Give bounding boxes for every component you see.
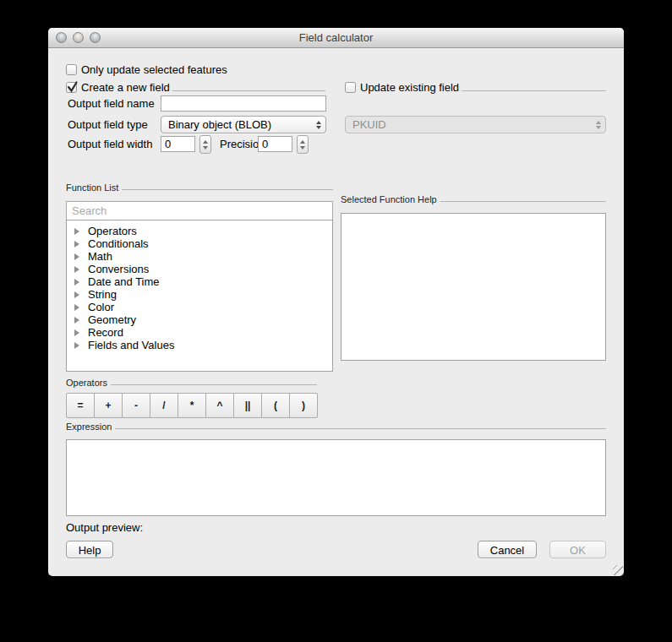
output-field-type-value: Binary object (BLOB) <box>168 118 271 131</box>
stepper-up-icon[interactable] <box>203 140 208 144</box>
selected-function-help-label: Selected Function Help <box>341 194 440 204</box>
check-icon <box>66 80 79 95</box>
field-calculator-dialog: Field calculator Only update selected fe… <box>48 28 624 576</box>
operator-close-paren-button[interactable]: ) <box>289 393 318 418</box>
expand-arrow-icon[interactable] <box>74 329 79 336</box>
output-preview-label: Output preview: <box>66 521 143 534</box>
operator-plus-button[interactable]: + <box>94 393 123 418</box>
expand-arrow-icon[interactable] <box>74 304 79 311</box>
expand-arrow-icon[interactable] <box>74 279 79 286</box>
output-field-width-input[interactable] <box>161 136 195 152</box>
ok-button: OK <box>549 541 606 558</box>
group-rule <box>122 189 333 190</box>
minimize-icon[interactable] <box>73 32 84 43</box>
expand-arrow-icon[interactable] <box>74 317 79 324</box>
tree-item-geometry[interactable]: Geometry <box>67 313 332 326</box>
title-bar[interactable]: Field calculator <box>48 28 624 48</box>
operators-label: Operators <box>66 378 111 388</box>
tree-item-math[interactable]: Math <box>67 250 332 263</box>
function-tree[interactable]: Operators Conditionals Math Conversions … <box>66 220 333 372</box>
operators-row: = + - / * ^ || ( ) <box>66 393 318 418</box>
zoom-icon[interactable] <box>90 32 101 43</box>
output-field-type-select[interactable]: Binary object (BLOB) <box>161 116 326 133</box>
group-rule <box>462 90 606 91</box>
tree-item-conditionals[interactable]: Conditionals <box>67 237 332 250</box>
group-rule <box>115 428 606 429</box>
expand-arrow-icon[interactable] <box>74 291 79 298</box>
expand-arrow-icon[interactable] <box>74 253 79 260</box>
existing-field-value: PKUID <box>352 118 386 131</box>
operator-concat-button[interactable]: || <box>233 393 262 418</box>
operator-divide-button[interactable]: / <box>150 393 178 418</box>
stepper-down-icon[interactable] <box>300 146 305 150</box>
tree-item-string[interactable]: String <box>67 288 332 301</box>
only-update-selected-label: Only update selected features <box>81 63 227 76</box>
only-update-selected-checkbox[interactable] <box>66 64 77 75</box>
stepper-up-icon[interactable] <box>300 140 305 144</box>
output-field-name-input[interactable] <box>161 95 326 112</box>
existing-field-select: PKUID <box>345 116 606 133</box>
tree-item-record[interactable]: Record <box>67 326 332 339</box>
group-rule <box>172 90 325 91</box>
output-field-width-label: Output field width <box>68 135 152 154</box>
expand-arrow-icon[interactable] <box>74 241 79 248</box>
output-field-type-label: Output field type <box>68 116 148 133</box>
group-rule <box>440 201 606 202</box>
operator-minus-button[interactable]: - <box>122 393 150 418</box>
expand-arrow-icon[interactable] <box>74 228 79 235</box>
operator-power-button[interactable]: ^ <box>205 393 234 418</box>
tree-item-fields-and-values[interactable]: Fields and Values <box>67 339 332 351</box>
select-arrows-icon <box>311 121 321 129</box>
select-arrows-icon <box>591 121 601 129</box>
resize-grip-icon[interactable] <box>613 565 623 575</box>
expression-textarea[interactable] <box>66 439 606 516</box>
create-new-field-checkbox[interactable] <box>66 82 77 93</box>
width-stepper[interactable] <box>199 135 211 154</box>
function-help-panel <box>341 213 606 361</box>
operator-open-paren-button[interactable]: ( <box>261 393 290 418</box>
tree-item-color[interactable]: Color <box>67 301 332 313</box>
tree-item-date-and-time[interactable]: Date and Time <box>67 275 332 288</box>
window-title: Field calculator <box>48 28 624 47</box>
operator-equals-button[interactable]: = <box>66 393 95 418</box>
expand-arrow-icon[interactable] <box>74 342 79 349</box>
update-existing-checkbox[interactable] <box>345 82 356 93</box>
tree-item-operators[interactable]: Operators <box>67 225 332 237</box>
group-rule <box>111 384 317 385</box>
tree-item-conversions[interactable]: Conversions <box>67 263 332 275</box>
output-field-name-label: Output field name <box>68 95 155 112</box>
stepper-down-icon[interactable] <box>203 146 208 150</box>
create-new-field-label: Create a new field <box>81 81 172 94</box>
function-search-input[interactable] <box>66 201 333 220</box>
operator-multiply-button[interactable]: * <box>178 393 206 418</box>
help-button[interactable]: Help <box>66 541 113 558</box>
update-existing-label: Update existing field <box>360 81 462 94</box>
precision-stepper[interactable] <box>297 135 309 154</box>
cancel-button[interactable]: Cancel <box>478 541 537 558</box>
expand-arrow-icon[interactable] <box>74 266 79 273</box>
precision-input[interactable] <box>258 136 292 152</box>
function-list-label: Function List <box>66 182 122 193</box>
close-icon[interactable] <box>56 32 67 43</box>
expression-label: Expression <box>66 422 115 432</box>
